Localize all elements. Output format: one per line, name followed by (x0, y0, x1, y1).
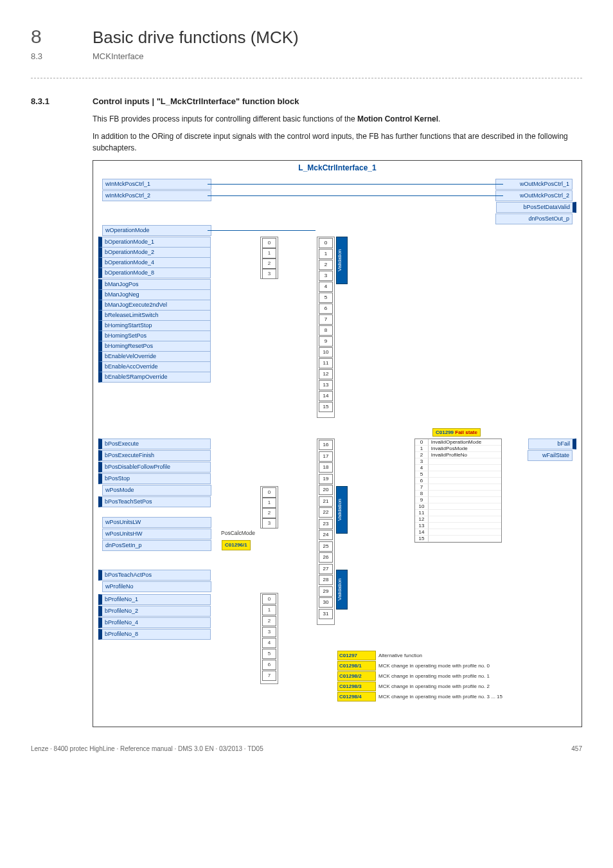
fail-table: 0InvalidOperationMode1InvalidPosMode2Inv… (414, 439, 502, 543)
port-wPosMode: wPosMode (102, 485, 211, 496)
port-bOperationMode_2: bOperationMode_2 (98, 247, 211, 258)
divider (31, 78, 582, 78)
port-bManJogPos: bManJogPos (98, 279, 211, 290)
port-wPosUnitsHW: wPosUnitsHW (102, 529, 211, 539)
validation-label: Validation (336, 570, 348, 610)
center-idx: 26 (319, 552, 333, 563)
mux-idx: 2 (262, 508, 276, 518)
port-bManJogExecute2ndVel: bManJogExecute2ndVel (98, 300, 211, 311)
center-idx: 13 (319, 380, 333, 390)
fail-header: C01299 Fail state (432, 428, 481, 437)
center-idx: 9 (319, 336, 333, 347)
center-idx: 0 (319, 238, 333, 248)
port-bEnableSRampOverride: bEnableSRampOverride (98, 372, 211, 383)
wire (208, 195, 503, 196)
alt-code: C01298/1 (337, 661, 376, 671)
port-bPosDisableFollowProfile: bPosDisableFollowProfile (98, 462, 211, 473)
poscalc-code: C01296/1 (222, 540, 251, 550)
fail-item (429, 465, 501, 471)
center-idx: 4 (319, 282, 333, 292)
mux-idx: 0 (262, 487, 276, 498)
port-bProfileNo_2: bProfileNo_2 (98, 606, 211, 617)
fail-idx: 8 (415, 491, 429, 497)
fail-idx: 9 (415, 497, 429, 503)
mux-idx: 0 (262, 594, 276, 604)
port-bPosExecuteFinish: bPosExecuteFinish (98, 450, 211, 461)
alt-code: C01298/4 (337, 692, 376, 701)
port-bOperationMode_4: bOperationMode_4 (98, 257, 211, 268)
port-wInMckPosCtrl_2: wInMckPosCtrl_2 (102, 190, 211, 201)
fail-idx: 11 (415, 510, 429, 516)
port-bProfileNo_8: bProfileNo_8 (98, 629, 211, 640)
center-idx: 11 (319, 358, 333, 368)
port-bPosTeachSetPos: bPosTeachSetPos (98, 496, 211, 507)
center-idx: 20 (319, 485, 333, 495)
fail-item (429, 510, 501, 516)
port-bOperationMode_8: bOperationMode_8 (98, 267, 211, 278)
alt-header-text: Alternative function (378, 653, 422, 658)
port-dnPosSetOut_p: dnPosSetOut_p (495, 213, 573, 224)
subsection-number: 8.3.1 (31, 96, 62, 106)
center-idx: 23 (319, 519, 333, 529)
function-block-diagram: L_MckCtrlInterface_1 wInMckPosCtrl_1 wIn… (93, 160, 582, 727)
port-wOutMckPosCtrl_1: wOutMckPosCtrl_1 (495, 179, 573, 190)
fail-item (429, 491, 501, 497)
center-idx: 18 (319, 462, 333, 473)
fail-idx: 15 (415, 536, 429, 542)
mux-idx: 3 (262, 627, 276, 637)
center-idx: 31 (319, 609, 333, 619)
port-bManJogNeg: bManJogNeg (98, 289, 211, 300)
wire (208, 230, 315, 231)
fail-item (429, 478, 501, 484)
port-bHomingResetPos: bHomingResetPos (98, 341, 211, 352)
center-idx: 14 (319, 391, 333, 401)
mux-idx: 0 (262, 238, 276, 248)
center-idx: 28 (319, 575, 333, 585)
fail-idx: 1 (415, 446, 429, 452)
mux-idx: 7 (262, 671, 276, 681)
paragraph-1a: This FB provides process inputs for cont… (93, 114, 357, 123)
fail-idx: 5 (415, 471, 429, 478)
mux-idx: 1 (262, 248, 276, 258)
port-wProfileNo: wProfileNo (102, 581, 211, 592)
fail-idx: 3 (415, 458, 429, 465)
port-bHomingStartStop: bHomingStartStop (98, 320, 211, 331)
port-bEnableAccOverride: bEnableAccOverride (98, 361, 211, 372)
alt-header-code: C01297 (337, 651, 376, 660)
fail-item: InvalidPosMode (429, 446, 501, 452)
center-idx: 22 (319, 507, 333, 518)
center-idx: 8 (319, 325, 333, 336)
port-dnPosSetIn_p: dnPosSetIn_p (102, 540, 211, 551)
port-wOperationMode: wOperationMode (102, 225, 211, 236)
fail-item (429, 484, 501, 491)
paragraph-2: In addition to the ORing of discrete inp… (93, 131, 582, 154)
center-idx: 30 (319, 597, 333, 608)
fail-item (429, 497, 501, 503)
alt-code: C01298/2 (337, 671, 376, 681)
port-bReleaseLimitSwitch: bReleaseLimitSwitch (98, 310, 211, 321)
subsection-title: Control inputs | "L_MckCtrlInterface" fu… (93, 96, 299, 106)
mux-idx: 6 (262, 660, 276, 670)
fail-idx: 14 (415, 529, 429, 536)
fail-idx: 6 (415, 478, 429, 484)
mux-idx: 3 (262, 518, 276, 529)
section-title: MCKInterface (93, 51, 143, 61)
alt-code: C01298/3 (337, 682, 376, 691)
port-bPosStop: bPosStop (98, 473, 211, 484)
center-idx: 7 (319, 314, 333, 325)
fail-item: InvalidOperationMode (429, 439, 501, 446)
center-idx: 19 (319, 474, 333, 484)
port-bEnableVelOverride: bEnableVelOverride (98, 351, 211, 362)
port-bProfileNo_1: bProfileNo_1 (98, 594, 211, 605)
port-wFailState: wFailState (528, 450, 573, 461)
port-wInMckPosCtrl_1: wInMckPosCtrl_1 (102, 179, 211, 190)
fail-idx: 2 (415, 452, 429, 458)
center-idx: 12 (319, 369, 333, 379)
center-idx: 27 (319, 564, 333, 574)
fail-idx: 10 (415, 503, 429, 510)
fail-item: InvalidProfileNo (429, 452, 501, 458)
center-idx: 10 (319, 347, 333, 357)
port-bHomingSetPos: bHomingSetPos (98, 330, 211, 341)
fail-item (429, 471, 501, 478)
validation-label: Validation (336, 486, 348, 534)
